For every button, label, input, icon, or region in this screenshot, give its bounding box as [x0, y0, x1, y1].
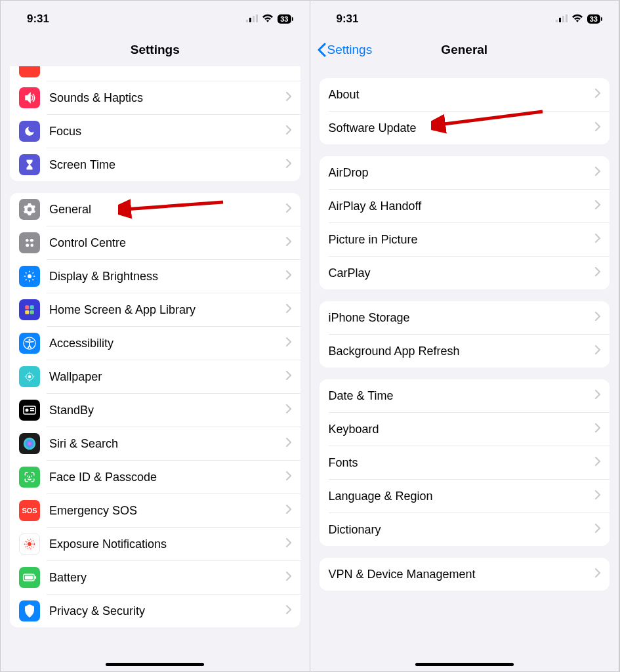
control-centre-icon	[19, 232, 40, 253]
row-focus[interactable]: Focus	[10, 115, 300, 148]
row-wallpaper[interactable]: Wallpaper	[10, 360, 300, 393]
svg-rect-2	[253, 16, 255, 22]
focus-icon	[19, 121, 40, 142]
svg-point-34	[28, 476, 28, 476]
sounds-icon	[19, 87, 40, 108]
wifi-icon	[571, 12, 583, 26]
svg-rect-40	[25, 576, 33, 579]
phone-general: 9:31 33 Settings General About Software …	[310, 1, 620, 671]
general-scroll[interactable]: About Software Update AirDrop AirPlay & …	[310, 66, 619, 671]
svg-rect-0	[246, 20, 248, 22]
svg-point-36	[28, 542, 31, 546]
chevron-right-icon	[286, 159, 291, 171]
svg-rect-19	[25, 310, 29, 314]
wallpaper-icon	[19, 366, 40, 387]
chevron-right-icon	[286, 605, 291, 617]
row-date-time[interactable]: Date & Time	[320, 379, 610, 412]
row-about[interactable]: About	[320, 78, 610, 111]
svg-rect-42	[556, 20, 558, 22]
settings-group-partial: Sounds & Haptics Focus Screen Time	[10, 66, 300, 181]
row-software-update[interactable]: Software Update	[320, 112, 610, 144]
status-bar: 9:31 33	[1, 1, 310, 33]
chevron-right-icon	[595, 312, 600, 324]
brightness-icon	[19, 266, 40, 287]
row-vpn-device-management[interactable]: VPN & Device Management	[320, 558, 610, 591]
cellular-icon	[246, 12, 258, 26]
row-general[interactable]: General	[10, 193, 300, 226]
row-airdrop[interactable]: AirDrop	[320, 156, 610, 189]
general-group-airdrop: AirDrop AirPlay & Handoff Picture in Pic…	[320, 156, 610, 289]
navbar-settings: Settings	[1, 33, 310, 66]
status-bar: 9:31 33	[310, 1, 619, 33]
svg-rect-41	[35, 576, 36, 579]
home-screen-icon	[19, 299, 40, 320]
battery-settings-icon	[19, 567, 40, 588]
row-privacy-security[interactable]: Privacy & Security	[10, 595, 300, 627]
chevron-right-icon	[595, 167, 600, 178]
chevron-right-icon	[286, 505, 291, 516]
row-sounds-haptics[interactable]: Sounds & Haptics	[10, 81, 300, 114]
chevron-right-icon	[286, 92, 291, 104]
status-time: 9:31	[337, 12, 359, 26]
back-button[interactable]: Settings	[317, 43, 373, 57]
row-keyboard[interactable]: Keyboard	[320, 413, 610, 446]
page-title: General	[441, 43, 487, 57]
svg-rect-17	[25, 305, 29, 309]
row-display-brightness[interactable]: Display & Brightness	[10, 260, 300, 293]
home-indicator[interactable]	[106, 663, 204, 666]
siri-icon	[19, 433, 40, 454]
phone-settings: 9:31 33 Settings Sounds & Haptics Focus	[1, 1, 310, 671]
home-indicator[interactable]	[415, 663, 514, 666]
row-iphone-storage[interactable]: iPhone Storage	[320, 301, 610, 334]
svg-rect-44	[562, 16, 564, 22]
svg-rect-43	[559, 18, 561, 22]
row-control-centre[interactable]: Control Centre	[10, 226, 300, 259]
svg-rect-31	[30, 408, 34, 410]
row-screentime[interactable]: Screen Time	[10, 148, 300, 181]
row-exposure-notifications[interactable]: Exposure Notifications	[10, 528, 300, 560]
chevron-right-icon	[595, 234, 600, 245]
chevron-right-icon	[286, 125, 291, 137]
chevron-right-icon	[286, 538, 291, 550]
sos-icon: SOS	[19, 500, 40, 521]
row-faceid-passcode[interactable]: Face ID & Passcode	[10, 461, 300, 494]
status-time: 9:31	[27, 12, 49, 26]
row-home-screen[interactable]: Home Screen & App Library	[10, 293, 300, 326]
page-title: Settings	[131, 43, 180, 57]
row-emergency-sos[interactable]: SOS Emergency SOS	[10, 494, 300, 527]
row-siri-search[interactable]: Siri & Search	[10, 427, 300, 460]
settings-group-general: General Control Centre Display & Brightn…	[10, 193, 300, 627]
navbar-general: Settings General	[310, 33, 619, 66]
exposure-icon	[19, 534, 40, 555]
row-language-region[interactable]: Language & Region	[320, 480, 610, 513]
chevron-right-icon	[595, 122, 600, 134]
svg-point-7	[31, 244, 34, 247]
svg-point-23	[28, 375, 31, 379]
svg-rect-20	[30, 310, 34, 314]
wifi-icon	[262, 12, 274, 26]
row-background-app-refresh[interactable]: Background App Refresh	[320, 335, 610, 368]
svg-point-33	[24, 438, 35, 450]
faceid-icon	[19, 467, 40, 488]
general-group-about: About Software Update	[320, 78, 610, 144]
chevron-right-icon	[595, 568, 600, 580]
settings-scroll[interactable]: Sounds & Haptics Focus Screen Time Gener…	[1, 66, 310, 671]
general-group-storage: iPhone Storage Background App Refresh	[320, 301, 610, 368]
chevron-right-icon	[595, 423, 600, 435]
gear-icon	[19, 199, 40, 220]
row-airplay-handoff[interactable]: AirPlay & Handoff	[320, 190, 610, 222]
svg-point-30	[26, 409, 29, 412]
row-picture-in-picture[interactable]: Picture in Picture	[320, 223, 610, 256]
notifications-icon-partial	[19, 66, 40, 77]
row-fonts[interactable]: Fonts	[320, 446, 610, 479]
row-standby[interactable]: StandBy	[10, 394, 300, 427]
row-battery[interactable]: Battery	[10, 561, 300, 594]
chevron-right-icon	[595, 390, 600, 402]
cellular-icon	[556, 12, 568, 26]
chevron-right-icon	[286, 471, 291, 483]
row-dictionary[interactable]: Dictionary	[320, 513, 610, 546]
row-accessibility[interactable]: Accessibility	[10, 327, 300, 360]
general-group-datetime: Date & Time Keyboard Fonts Language & Re…	[320, 379, 610, 546]
svg-rect-18	[30, 305, 34, 309]
row-carplay[interactable]: CarPlay	[320, 257, 610, 289]
